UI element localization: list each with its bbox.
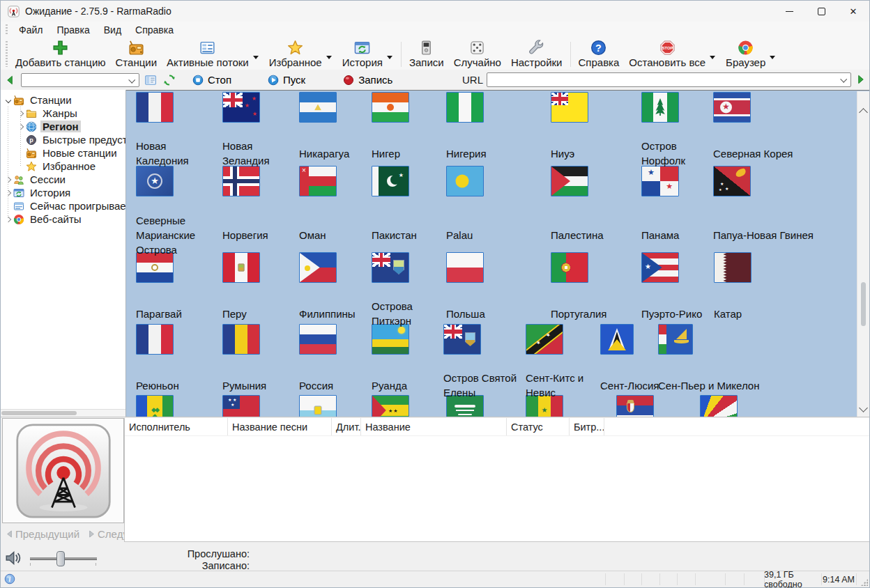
stop-button[interactable]: Стоп <box>192 74 231 86</box>
flag-tile-puerto-rico[interactable]: ★Пуэрто-Рико <box>641 252 714 329</box>
flag-tile-new-zealand[interactable]: ★★★НоваяЗеландия <box>222 92 299 169</box>
maximize-button[interactable] <box>805 1 837 22</box>
flag-tile-pitcairn[interactable]: ОстроваПиткэрн <box>372 252 446 329</box>
dropdown-caret-icon[interactable] <box>253 56 259 62</box>
sidebar-item-new-stations[interactable]: Новые станции <box>1 146 125 160</box>
station-search-combobox[interactable] <box>21 73 139 87</box>
toolbar-button-help[interactable]: ?Справка <box>574 40 625 69</box>
flag-tile-paraguay[interactable]: Парагвай <box>136 252 222 329</box>
add-station-icon <box>52 40 68 56</box>
toolbar-button-add-station[interactable]: Добавить станцию <box>10 40 111 69</box>
column-header-5[interactable]: Битр... <box>570 418 604 435</box>
back-arrow-icon[interactable] <box>5 75 15 86</box>
flag-tile-norway[interactable]: Норвегия <box>222 166 299 258</box>
scrollbar-thumb[interactable] <box>1 411 77 415</box>
column-header-1[interactable]: Название песни <box>228 418 332 435</box>
flag-tile-palau[interactable]: Palau <box>446 166 551 258</box>
column-header-2[interactable]: Длит... <box>332 418 361 435</box>
flag-tile-qatar[interactable]: Катар <box>714 252 784 329</box>
toolbar-button-settings[interactable]: Настройки <box>506 40 567 69</box>
minimize-button[interactable] <box>773 1 805 22</box>
url-combobox[interactable] <box>487 72 851 87</box>
flag-tile-nigeria[interactable]: Нигерия <box>446 92 551 169</box>
flag-tile-france[interactable]: НоваяКаледония <box>136 92 222 169</box>
flag-tile-st-helena[interactable]: Остров СвятойЕлены <box>443 324 526 401</box>
menu-item-menu-file[interactable]: Файл <box>12 23 49 37</box>
flag-tile-rwanda[interactable]: Руанда <box>372 324 443 401</box>
sidebar-item-stations[interactable]: Станции <box>1 93 125 107</box>
flag-tile-romania[interactable]: Румыния <box>222 324 299 401</box>
column-header-4[interactable]: Статус <box>507 418 570 435</box>
refresh-icon[interactable] <box>163 74 176 86</box>
flag-tile-st-pierre[interactable]: Сен-Пьер и Микелон <box>658 324 791 401</box>
preview-icon[interactable] <box>144 74 157 86</box>
column-header-0[interactable]: Исполнитель <box>125 418 228 435</box>
menu-item-menu-help[interactable]: Справка <box>128 23 181 37</box>
flag-tile-poland[interactable]: Польша <box>446 252 551 329</box>
chevron-collapsed-icon[interactable] <box>16 125 26 129</box>
flag-tile-portugal[interactable]: Португалия <box>551 252 641 329</box>
flag-tile-norfolk[interactable]: ОстровНорфолк <box>641 92 713 169</box>
sidebar-item-now-playing[interactable]: Сейчас проигрывается <box>1 199 125 212</box>
resize-grip[interactable] <box>861 579 868 586</box>
flag-tile-france[interactable]: Реюньон <box>136 324 222 401</box>
scroll-up-icon[interactable] <box>859 108 868 117</box>
flag-tile-philippines[interactable]: Филиппины <box>299 252 372 329</box>
chevron-expanded-icon[interactable] <box>3 98 13 102</box>
scrollbar-thumb[interactable] <box>861 282 866 326</box>
flag-tile-russia[interactable]: Россия <box>299 324 372 401</box>
sidebar-horizontal-scrollbar[interactable] <box>1 409 125 417</box>
toolbar-button-active-streams[interactable]: Активные потоки <box>162 40 264 69</box>
chevron-collapsed-icon[interactable] <box>3 191 13 195</box>
flag-tile-st-lucia[interactable]: Сент-Люсия <box>600 324 658 401</box>
chevron-collapsed-icon[interactable] <box>3 178 13 182</box>
record-button[interactable]: Запись <box>343 74 392 86</box>
flag-tile-png[interactable]: ★★★Папуа-Новая Гвинея <box>713 166 825 258</box>
dropdown-caret-icon[interactable] <box>326 56 332 62</box>
previous-button[interactable]: Предыдущий <box>5 528 79 540</box>
toolbar-label-browser: Браузер <box>726 56 765 68</box>
flag-tile-panama[interactable]: ★★Панама <box>641 166 713 258</box>
column-header-3[interactable]: Название <box>361 418 507 435</box>
flag-tile-oman[interactable]: ×Оман <box>299 166 372 258</box>
go-arrow-icon[interactable] <box>855 74 866 85</box>
speaker-icon[interactable] <box>5 550 22 566</box>
toolbar-button-stations[interactable]: Станции <box>111 40 162 69</box>
toolbar-button-browser[interactable]: Браузер <box>721 40 781 69</box>
close-button[interactable]: ✕ <box>837 1 869 22</box>
chevron-collapsed-icon[interactable] <box>16 111 26 116</box>
toolbar-button-history[interactable]: История <box>337 40 398 69</box>
scroll-down-icon[interactable] <box>859 403 868 412</box>
toolbar-button-favorites[interactable]: Избранное <box>264 40 337 69</box>
menu-item-menu-view[interactable]: Вид <box>97 23 128 37</box>
flag-tile-niue[interactable]: Ниуэ <box>551 92 641 169</box>
toolbar-button-random[interactable]: Случайно <box>449 40 506 69</box>
toolbar-button-stop-all[interactable]: STOPОстановить все <box>624 40 721 69</box>
play-button[interactable]: Пуск <box>268 74 305 86</box>
next-button[interactable]: Следующий <box>87 528 125 540</box>
flag-tile-peru[interactable]: Перу <box>222 252 299 329</box>
dropdown-caret-icon[interactable] <box>387 56 392 62</box>
menu-item-menu-edit[interactable]: Правка <box>49 23 96 37</box>
sidebar-item-region[interactable]: Регион <box>1 120 125 133</box>
flag-tile-north-korea[interactable]: ★Северная Корея <box>713 92 818 169</box>
sidebar-item-history[interactable]: История <box>1 186 125 199</box>
sidebar-item-sessions[interactable]: Сессии <box>1 173 125 186</box>
sidebar-item-quick-presets[interactable]: pБыстрые предустановки <box>1 133 125 146</box>
dropdown-caret-icon[interactable] <box>710 56 715 62</box>
sidebar-item-websites[interactable]: Веб-сайты <box>1 212 125 226</box>
flag-tile-st-kitts[interactable]: ★★Сент-Китс иНевис <box>526 324 600 401</box>
flag-tile-niger[interactable]: Нигер <box>372 92 446 169</box>
chevron-collapsed-icon[interactable] <box>3 217 13 222</box>
toolbar-button-records[interactable]: Записи <box>404 40 449 69</box>
flag-tile-nicaragua[interactable]: Никарагуа <box>299 92 372 169</box>
vertical-scrollbar[interactable] <box>857 91 869 417</box>
dropdown-caret-icon[interactable] <box>770 56 775 62</box>
volume-thumb[interactable] <box>56 551 65 566</box>
flag-tile-pakistan[interactable]: ★Пакистан <box>372 166 446 258</box>
flag-tile-n-mariana[interactable]: ★СеверныеМарианскиеОстрова <box>136 166 222 258</box>
flag-tile-palestine[interactable]: Палестина <box>551 166 641 258</box>
sidebar-item-favorites[interactable]: Избранное <box>1 160 125 173</box>
toolbar-separator <box>401 42 402 67</box>
sidebar-item-genres[interactable]: Жанры <box>1 107 125 120</box>
